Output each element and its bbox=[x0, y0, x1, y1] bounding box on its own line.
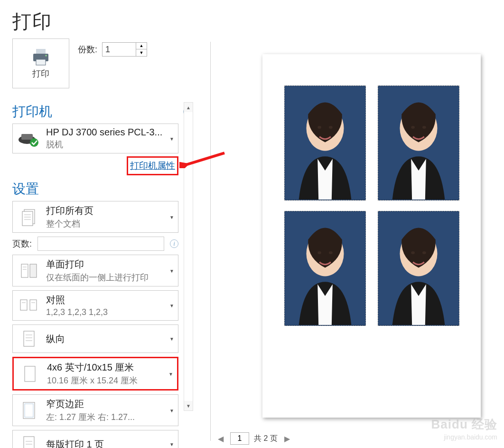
svg-rect-24 bbox=[25, 366, 35, 381]
setting-label: 4x6 英寸/10x15 厘米 bbox=[47, 361, 172, 374]
svg-point-45 bbox=[411, 251, 415, 254]
collate-icon bbox=[19, 297, 39, 314]
svg-point-38 bbox=[422, 126, 426, 129]
pages-input[interactable] bbox=[37, 237, 164, 251]
caret-icon: ▼ bbox=[169, 442, 174, 447]
printer-select[interactable]: HP DJ 3700 series PCL-3... 脱机 ▼ bbox=[12, 124, 178, 153]
caret-icon: ▼ bbox=[169, 336, 174, 342]
scroll-down-button[interactable]: ▼ bbox=[184, 401, 193, 410]
svg-point-46 bbox=[422, 251, 426, 254]
setting-print-range[interactable]: 打印所有页 整个文档 ▼ bbox=[12, 201, 178, 233]
setting-paper-size[interactable]: 4x6 英寸/10x15 厘米 10.16 厘米 x 15.24 厘米 ▼ bbox=[12, 357, 178, 391]
paper-icon bbox=[23, 364, 37, 383]
printer-device-icon bbox=[18, 130, 40, 147]
svg-rect-2 bbox=[36, 59, 46, 65]
setting-label: 对照 bbox=[46, 294, 173, 306]
copies-down-button[interactable]: ▼ bbox=[136, 49, 147, 56]
next-page-button[interactable]: ▶ bbox=[282, 434, 292, 443]
caret-icon: ▼ bbox=[168, 371, 173, 376]
setting-margins[interactable]: 窄页边距 左: 1.27 厘米 右: 1.27... ▼ bbox=[12, 394, 178, 426]
setting-orientation[interactable]: 纵向 ▼ bbox=[12, 324, 178, 353]
copies-spinner[interactable]: ▲ ▼ bbox=[102, 42, 147, 57]
preview-page bbox=[262, 54, 481, 418]
caret-icon: ▼ bbox=[169, 303, 174, 308]
setting-sub: 整个文档 bbox=[46, 218, 173, 229]
sheet-icon bbox=[22, 435, 36, 448]
doc-icon bbox=[20, 208, 37, 227]
copies-up-button[interactable]: ▲ bbox=[136, 43, 147, 49]
setting-sub: 1,2,3 1,2,3 1,2,3 bbox=[46, 307, 173, 317]
setting-sub: 左: 1.27 厘米 右: 1.27... bbox=[46, 411, 173, 423]
svg-point-41 bbox=[317, 251, 321, 254]
svg-point-42 bbox=[329, 251, 333, 254]
svg-rect-12 bbox=[21, 264, 28, 277]
svg-point-34 bbox=[329, 126, 333, 129]
page-title: 打印 bbox=[12, 9, 192, 35]
person-illustration bbox=[378, 86, 459, 200]
printer-icon bbox=[30, 48, 51, 66]
watermark-brand: Baidu 经验 bbox=[431, 417, 497, 433]
svg-rect-17 bbox=[30, 300, 37, 310]
caret-icon: ▼ bbox=[169, 408, 174, 413]
print-button-label: 打印 bbox=[32, 68, 49, 79]
svg-rect-27 bbox=[24, 437, 34, 448]
svg-rect-1 bbox=[36, 49, 46, 54]
setting-collate[interactable]: 对照 1,2,3 1,2,3 1,2,3 ▼ bbox=[12, 290, 178, 321]
printer-heading: 打印机 bbox=[12, 103, 52, 121]
svg-rect-8 bbox=[22, 211, 33, 226]
svg-rect-25 bbox=[23, 402, 35, 419]
preview-photo bbox=[378, 211, 459, 326]
svg-rect-13 bbox=[30, 264, 37, 277]
copies-label: 份数: bbox=[78, 44, 97, 55]
setting-label: 窄页边距 bbox=[46, 398, 173, 410]
setting-sub: 10.16 厘米 x 15.24 厘米 bbox=[47, 375, 172, 386]
printer-name: HP DJ 3700 series PCL-3... bbox=[46, 127, 173, 138]
sides-icon bbox=[19, 261, 38, 280]
svg-rect-20 bbox=[24, 331, 34, 346]
setting-sub: 仅在纸面的一侧上进行打印 bbox=[46, 272, 173, 283]
divider bbox=[210, 42, 211, 441]
preview-photo bbox=[284, 86, 366, 200]
scroll-thumb[interactable] bbox=[184, 112, 193, 401]
print-button[interactable]: 打印 bbox=[12, 38, 69, 88]
copies-input[interactable] bbox=[103, 43, 136, 56]
svg-point-3 bbox=[45, 55, 47, 57]
setting-label: 每版打印 1 页 bbox=[46, 438, 173, 448]
caret-icon: ▼ bbox=[169, 268, 174, 273]
setting-pages-per-sheet[interactable]: 每版打印 1 页 ▼ bbox=[12, 430, 178, 448]
setting-sides[interactable]: 单面打印 仅在纸面的一侧上进行打印 ▼ bbox=[12, 255, 178, 286]
orientation-icon bbox=[22, 329, 36, 348]
preview-photo bbox=[284, 211, 366, 326]
svg-rect-16 bbox=[20, 300, 27, 310]
margins-icon bbox=[22, 401, 36, 420]
info-icon[interactable]: i bbox=[170, 239, 178, 248]
person-illustration bbox=[285, 86, 365, 200]
person-illustration bbox=[285, 211, 365, 325]
scrollbar[interactable]: ▲ ▼ bbox=[184, 102, 193, 411]
svg-rect-5 bbox=[21, 134, 33, 140]
watermark-url: jingyan.baidu.com bbox=[431, 433, 497, 441]
caret-icon: ▼ bbox=[169, 214, 174, 219]
svg-point-37 bbox=[411, 126, 415, 129]
watermark: Baidu 经验 jingyan.baidu.com bbox=[431, 417, 497, 441]
page-number-input[interactable] bbox=[230, 432, 249, 445]
printer-status: 脱机 bbox=[46, 139, 173, 150]
caret-icon: ▼ bbox=[169, 136, 174, 141]
settings-heading: 设置 bbox=[12, 180, 39, 198]
svg-point-6 bbox=[30, 138, 38, 147]
pager-text: 共 2 页 bbox=[254, 434, 278, 444]
scroll-up-button[interactable]: ▲ bbox=[184, 103, 193, 112]
printer-properties-link[interactable]: 打印机属性 bbox=[130, 161, 175, 171]
pages-label: 页数: bbox=[12, 238, 32, 249]
setting-label: 纵向 bbox=[46, 333, 173, 345]
preview-photo bbox=[378, 86, 459, 200]
setting-label: 打印所有页 bbox=[46, 204, 173, 217]
prev-page-button[interactable]: ◀ bbox=[216, 434, 225, 443]
person-illustration bbox=[378, 211, 459, 325]
setting-label: 单面打印 bbox=[46, 258, 173, 271]
svg-point-33 bbox=[317, 126, 321, 129]
